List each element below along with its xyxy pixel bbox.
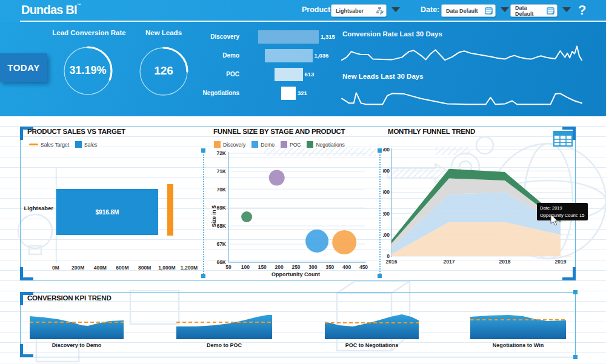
- hero-banner: TODAY Lead Conversion Rate 31.19% New Le…: [0, 22, 606, 116]
- legend-item-demo[interactable]: Demo: [251, 141, 275, 148]
- date-dropdown-2-value: Data Default: [515, 5, 547, 17]
- gauge-value-new-leads: 126: [138, 64, 189, 78]
- kpi-mini-chart-1[interactable]: [29, 311, 124, 342]
- legend-item-sales[interactable]: Sales: [75, 141, 97, 148]
- legend-swatch: [214, 141, 221, 148]
- sparkline-title-conversion: Conversion Rate Last 30 Days: [342, 30, 442, 38]
- y-tick-label: 70K: [216, 187, 226, 193]
- y-tick-label: 69K: [216, 205, 226, 211]
- x-axis-title: Opportunity Count: [271, 271, 320, 277]
- legend-label: Sales: [84, 142, 97, 148]
- gauge-new-leads[interactable]: 126: [138, 46, 189, 99]
- sparkline-title-leads: New Leads Last 30 Days: [342, 73, 424, 80]
- x-tick-label: 150: [258, 264, 267, 270]
- kpi-mini-chart-2[interactable]: [176, 311, 273, 342]
- bubble-chart-legend: DiscoveryDemoPOCNegotiations: [214, 141, 345, 148]
- hierarchy-icon: [376, 7, 384, 15]
- kpi-mini-chart-3[interactable]: [324, 311, 419, 342]
- kpi-trend-title: CONVERSION KPI TREND: [27, 294, 112, 302]
- legend-label: Sales Target: [41, 142, 69, 148]
- x-tick-label: 2017: [444, 259, 455, 265]
- dashboard: Dundas BI™ Product: Lightsaber Date: Dat…: [0, 0, 606, 364]
- funnel-row: Negotiations321: [200, 87, 351, 100]
- divider-handle[interactable]: [378, 148, 382, 153]
- gauge-value-conversion: 31.19%: [62, 64, 113, 77]
- kpi-mini-label: Demo to POC: [176, 342, 273, 348]
- y-tick-label: 200: [383, 211, 390, 217]
- gauge-conversion-rate[interactable]: 31.19%: [62, 45, 113, 99]
- y-tick-label: 71K: [216, 168, 226, 174]
- legend-item-poc[interactable]: POC: [281, 141, 301, 148]
- kpi-area: [176, 315, 272, 339]
- bubble-negotiations[interactable]: [241, 211, 252, 222]
- sales-target-bar[interactable]: [167, 184, 173, 236]
- x-tick-label: 200: [275, 264, 284, 270]
- legend-item-negotiations[interactable]: Negotiations: [307, 141, 344, 148]
- bubble-demo[interactable]: [305, 230, 328, 253]
- funnel-row: POC613: [200, 68, 351, 81]
- divider-handle[interactable]: [201, 148, 205, 153]
- sparkline-path: [342, 46, 582, 60]
- date-label: Date:: [421, 5, 439, 14]
- tooltip-date: Date: 2019: [540, 205, 585, 212]
- y-tick-label: 400: [383, 168, 390, 174]
- sparkline-new-leads[interactable]: [341, 81, 584, 109]
- x-tick-label: 250: [291, 264, 300, 270]
- panel-resize-handle[interactable]: [573, 290, 578, 294]
- legend-swatch: [307, 141, 313, 148]
- funnel-stage-bar[interactable]: [275, 68, 303, 81]
- bubble-chart-title: FUNNEL SIZE BY STAGE AND PRODUCT: [213, 128, 345, 135]
- product-dropdown-arrow[interactable]: [391, 7, 400, 12]
- funnel-stage-value: 1,315: [321, 30, 335, 44]
- sparkline-path: [342, 93, 582, 104]
- sales-chart-legend: Sales TargetSales: [29, 141, 97, 148]
- chart-divider-line: [379, 150, 381, 276]
- product-dropdown[interactable]: Lightsaber: [331, 4, 387, 17]
- funnel-bubble-chart[interactable]: 66K67K68K69K70K71K72K5010015020025030035…: [211, 150, 378, 278]
- date-dropdown-2[interactable]: Data Default: [510, 4, 558, 17]
- bubble-discovery[interactable]: [332, 230, 356, 254]
- legend-swatch: [75, 141, 82, 148]
- x-tick-label: 1,200M: [175, 265, 203, 271]
- funnel-stage-bar[interactable]: [265, 49, 313, 62]
- funnel-stage-bar[interactable]: [281, 87, 296, 100]
- legend-item-sales-target[interactable]: Sales Target: [29, 142, 69, 148]
- sales-vs-target-chart: Lightsaber $916.8M 0M200M400M600M800M1,0…: [27, 164, 208, 276]
- sparkline-conversion-rate[interactable]: [341, 39, 584, 67]
- date-dropdown-1-arrow[interactable]: [501, 7, 509, 12]
- mouse-cursor: [550, 214, 560, 227]
- legend-label: Discovery: [223, 142, 245, 148]
- funnel-stage-label: POC: [200, 68, 239, 81]
- funnel-stage-value: 613: [305, 68, 315, 81]
- legend-swatch: [29, 144, 38, 145]
- bubble-poc[interactable]: [269, 170, 285, 186]
- kpi-area: [325, 314, 419, 339]
- lead-funnel: Discovery1,315Demo1,036POC613Negotiation…: [200, 30, 351, 105]
- sales-bar[interactable]: $916.8M: [56, 189, 158, 235]
- legend-swatch: [251, 141, 258, 148]
- panel-resize-handle[interactable]: [573, 355, 578, 359]
- kpi-mini-label: Negotiations to Win: [470, 342, 567, 348]
- sales-x-axis: 0M200M400M600M800M1,000M1,200M: [27, 265, 208, 272]
- x-tick-label: 50: [225, 264, 231, 270]
- product-label: Product:: [302, 5, 333, 14]
- legend-swatch: [281, 141, 287, 148]
- today-button[interactable]: TODAY: [0, 53, 47, 82]
- funnel-stage-bar[interactable]: [258, 30, 319, 44]
- category-label: Lightsaber: [24, 205, 53, 211]
- legend-item-discovery[interactable]: Discovery: [214, 141, 245, 148]
- kpi-mini-label: POC to Negotiations: [324, 342, 419, 348]
- dundas-bi-logo: Dundas BI™: [21, 3, 81, 17]
- y-tick-label: 72K: [216, 150, 226, 156]
- help-button[interactable]: ?: [578, 2, 586, 18]
- y-tick-label: 300: [383, 189, 390, 195]
- divider-handle[interactable]: [378, 274, 382, 278]
- x-tick-label: 450: [359, 264, 368, 270]
- date-dropdown-2-arrow[interactable]: [562, 7, 571, 12]
- legend-label: POC: [290, 142, 301, 148]
- date-dropdown-1[interactable]: Data Default: [441, 4, 496, 17]
- funnel-row: Discovery1,315: [200, 30, 351, 44]
- x-tick-label: 300: [308, 264, 317, 270]
- funnel-row: Demo1,036: [200, 49, 351, 62]
- kpi-mini-chart-4[interactable]: [470, 311, 567, 342]
